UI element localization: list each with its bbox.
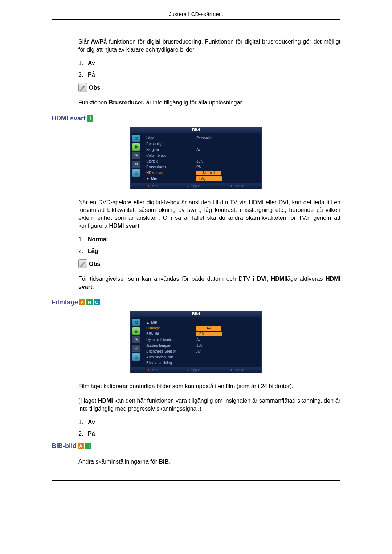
osd-icon-rail: ▧ ◉ ◔ ✲ ▥: [131, 317, 142, 367]
osd-item: Personlig: [146, 142, 193, 146]
text: kan den här funktionen vara tillgänglig …: [78, 398, 340, 412]
osd-value: Av: [196, 148, 257, 152]
osd-hint: Öppna: [191, 368, 200, 372]
osd-more: ▲Mer: [146, 320, 193, 324]
option-av: Av: [88, 60, 95, 66]
text: Ändra skärminställningarna för: [78, 459, 159, 465]
section-hdmi-svart: HDMI svart H: [52, 115, 340, 122]
input-icon: ▥: [132, 169, 140, 177]
section-filmlage: Filmläge A H C: [52, 299, 340, 306]
picture-icon: ▧: [132, 319, 140, 326]
option-pa: På: [88, 71, 95, 78]
badge-h-icon: H: [86, 299, 93, 305]
osd-icon-rail: ▧ ◉ ◔ ✲ ▥: [131, 133, 142, 183]
osd-item: BIB-bild: [146, 332, 193, 336]
text-bold: Av: [91, 38, 98, 45]
osd-hint: Flytta: [150, 368, 158, 372]
page-header: Justera LCD-skärmen.: [52, 11, 340, 20]
list-item: 1.Normal: [78, 236, 340, 243]
osd-item: Justera lampan: [146, 344, 193, 348]
note-icon: [78, 259, 87, 268]
text: (I läget: [78, 398, 98, 404]
clock-icon: ◔: [132, 152, 140, 159]
text-bold: DVI: [257, 276, 267, 282]
osd-title: Bild: [131, 311, 261, 317]
osd-value: 16:9: [196, 159, 257, 163]
clock-icon: ◔: [132, 336, 140, 343]
hdmi-options: 1.Normal 2.Låg: [78, 236, 340, 254]
osd-value: Av: [196, 338, 257, 342]
film-p1: Filmläget kalibrerar onaturliga bilder s…: [78, 382, 340, 390]
osd-footer: ♦Flytta ⏎Öppna ↺Tillbaka: [131, 367, 261, 373]
list-item: 1.Av: [78, 419, 340, 426]
osd-item: Storlek: [146, 159, 193, 163]
list-item: 2.På: [78, 71, 340, 78]
text-bold: BIB: [159, 459, 169, 465]
text-bold: HDMI svart: [109, 223, 140, 229]
film-p2: (I läget HDMI kan den här funktionen var…: [78, 397, 340, 413]
section-title-text: HDMI svart: [52, 115, 86, 122]
film-options: 1.Av 2.På: [78, 419, 340, 437]
text-bold: HDMI: [98, 398, 113, 404]
osd-item: Dynamisk kontr.: [146, 338, 193, 342]
obs-row: Obs: [78, 259, 340, 268]
osd-item: Color Temp.: [146, 153, 193, 157]
osd-hint: Flytta: [150, 184, 158, 188]
text: ,: [267, 276, 271, 282]
obs-label: Obs: [89, 85, 100, 91]
osd-value: På: [196, 165, 257, 169]
osd-value: Personlig: [196, 136, 257, 140]
text-bold: Brusreducer.: [109, 99, 145, 106]
option-av: Av: [88, 419, 95, 425]
osd-footer: ♦Flytta ⏎Öppna ↺Tillbaka: [131, 183, 261, 189]
text: läge aktiveras: [286, 276, 326, 282]
osd-hint: Tillbaka: [233, 368, 244, 372]
text: funktionen för digial brusreducering. Fu…: [78, 38, 340, 53]
header-title: Justera LCD-skärmen.: [169, 11, 223, 17]
obs-row: Obs: [78, 83, 340, 92]
text-bold: På: [100, 38, 107, 45]
text: Funktionen: [78, 99, 109, 106]
option-normal: Normal: [88, 236, 108, 242]
badge-a-icon: A: [78, 443, 84, 449]
section-title-text: Filmläge: [52, 299, 78, 306]
osd-screenshot-filmlage: Bild ▧ ◉ ◔ ✲ ▥ ▲Mer Filmläge:Av BIB-bild…: [130, 311, 262, 373]
text-bold: HDMI: [271, 276, 286, 282]
osd-item: Läge: [146, 136, 193, 140]
obs-label: Obs: [89, 261, 100, 267]
osd-dropdown-option: På: [196, 332, 222, 336]
s1-note: Funktionen Brusreducer. är inte tillgäng…: [78, 99, 340, 107]
osd-item: Auto Motion Plus: [146, 355, 193, 359]
section-title-text: BIB-bild: [52, 442, 77, 450]
note-icon: [78, 83, 87, 92]
osd-item: Bildåterställning: [146, 361, 193, 365]
sound-icon: ◉: [132, 327, 140, 335]
osd-value: Av: [196, 349, 257, 353]
gear-icon: ✲: [132, 345, 140, 352]
s1-intro: Slår Av/På funktionen för digial brusred…: [78, 38, 340, 53]
section-bib-bild: BIB-bild A H: [52, 442, 340, 450]
osd-hint: Tillbaka: [233, 184, 244, 188]
osd-screenshot-hdmi: Bild ▧ ◉ ◔ ✲ ▥ Läge:Personlig Personlig …: [130, 127, 262, 189]
sound-icon: ◉: [132, 143, 140, 151]
osd-more: ▼Mer: [146, 177, 193, 181]
badge-h-icon: H: [87, 115, 93, 122]
text: är inte tillgänglig för alla upplösninga…: [144, 99, 243, 106]
osd-value: 100: [196, 344, 257, 348]
list-item: 2.På: [78, 431, 340, 437]
osd-selected-value: Av: [196, 326, 221, 331]
osd-item: Brusreducer.: [146, 165, 193, 169]
input-icon: ▥: [132, 353, 140, 361]
osd-item: Brightness Sensor: [146, 349, 193, 353]
badge-h-icon: H: [85, 443, 91, 449]
osd-title: Bild: [131, 127, 261, 133]
bib-p1: Ändra skärminställningarna för BIB.: [78, 458, 340, 466]
text: .: [169, 459, 170, 465]
badge-c-icon: C: [94, 299, 100, 305]
osd-selected-value: Normal: [196, 171, 221, 175]
text: .: [92, 284, 94, 290]
gear-icon: ✲: [132, 161, 140, 168]
list-item: 1.Av: [78, 60, 340, 66]
text: .: [139, 223, 141, 229]
text: För tidsangivelser som kan användas för …: [78, 276, 257, 282]
